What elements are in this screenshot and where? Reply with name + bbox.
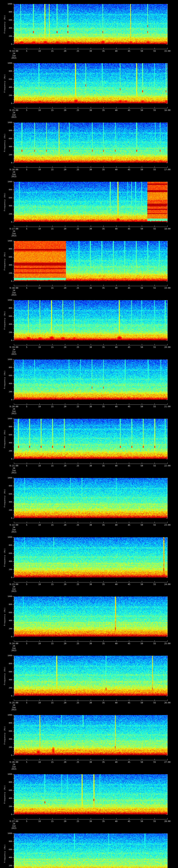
y-axis-tick-label: 200 [0, 94, 12, 96]
y-axis-tick-label: 200 [0, 687, 12, 689]
x-axis-tick-label: 5 [22, 465, 32, 467]
y-axis-tick-label: 600 [0, 671, 12, 673]
y-axis-tick-label: 800 [0, 426, 12, 428]
y-axis-tick-label: 1000 [0, 654, 12, 657]
x-axis-tick-label: 20 [60, 227, 70, 230]
x-axis-tick-label: 50 [137, 642, 147, 645]
y-axis-tick-label: 600 [0, 848, 12, 850]
start-time-label: 9:17:00 [5, 227, 23, 230]
y-axis-tick-label: 800 [0, 307, 12, 309]
spectrogram-panel-9-19-00: Frequency (Hz) 1000800600400200051015202… [0, 296, 178, 355]
y-axis-tick-label: 0 [0, 162, 12, 164]
x-axis-tick-label: 30 [86, 50, 96, 52]
x-axis-tick-label: 15 [47, 287, 58, 289]
x-axis-tick-label: 45 [124, 109, 134, 112]
y-axis-title: Frequency (Hz) [4, 666, 6, 685]
x-axis-tick-label: 20 [60, 702, 70, 704]
x-axis-tick-label: 5 [22, 287, 32, 289]
y-axis-tick-label: 400 [0, 619, 12, 622]
y-axis-title: Frequency (Hz) [4, 844, 6, 863]
spectrogram-panel-9-26-00: Frequency (Hz) 1000800600400200051015202… [0, 711, 178, 770]
x-axis-tick-label: 10 [34, 583, 45, 586]
end-time-label: 24:00 [159, 583, 176, 586]
x-axis-tick-label: 25 [73, 465, 83, 467]
x-axis-tick-label: 30 [86, 405, 96, 408]
start-time-label: 9:26:00 [5, 761, 23, 763]
y-axis-title: Frequency (Hz) [4, 548, 6, 567]
x-axis-tick-label: 35 [98, 761, 109, 763]
x-axis-tick-label: 10 [34, 761, 45, 763]
y-axis-tick-label: 600 [0, 256, 12, 258]
y-axis-tick-label: 200 [0, 746, 12, 748]
x-axis-tick-label: 35 [98, 702, 109, 704]
x-axis-tick-label: 45 [124, 642, 134, 645]
y-axis-tick-label: 1000 [0, 536, 12, 538]
x-axis-tick-label: 30 [86, 465, 96, 467]
x-axis-tick-label: 50 [137, 346, 147, 348]
date-label: Jun [5, 55, 23, 57]
y-axis-tick-label: 600 [0, 137, 12, 140]
spectrogram-panel-9-27-00: Frequency (Hz) 1000800600400200051015202… [0, 770, 178, 830]
x-axis-tick-label: 15 [47, 109, 58, 112]
y-axis-tick-label: 1000 [0, 358, 12, 361]
spectrogram-panel-9-15-00: Frequency (Hz) 1000800600400200051015202… [0, 59, 178, 119]
y-axis-title: Frequency (Hz) [4, 726, 6, 745]
date-label: Jun [5, 291, 23, 294]
x-axis-tick-label: 20 [60, 168, 70, 171]
y-axis-tick-label: 800 [0, 248, 12, 250]
x-axis-tick-label: 30 [86, 642, 96, 645]
y-axis-title: Frequency (Hz) [4, 785, 6, 804]
x-axis-tick-label: 45 [124, 50, 134, 52]
x-axis-tick-label: 5 [22, 168, 32, 171]
y-axis-tick-label: 200 [0, 272, 12, 274]
spectrogram-panel-9-18-00: Frequency (Hz) 1000800600400200051015202… [0, 237, 178, 296]
end-time-label: 16:00 [159, 109, 176, 112]
y-axis-tick-label: 600 [0, 612, 12, 614]
x-axis-tick-label: 30 [86, 524, 96, 526]
x-axis-tick-label: 25 [73, 227, 83, 230]
x-axis-tick-label: 20 [60, 346, 70, 348]
x-axis-tick-label: 50 [137, 761, 147, 763]
y-axis-tick-label: 1000 [0, 240, 12, 242]
y-axis-tick-label: 1000 [0, 62, 12, 64]
x-axis-tick-label: 35 [98, 820, 109, 823]
spectrogram-panel-9-20-00: Frequency (Hz) 1000800600400200051015202… [0, 355, 178, 415]
x-axis-tick-label: 55 [149, 761, 160, 763]
x-axis-tick-label: 55 [149, 168, 160, 171]
x-axis-tick-label: 30 [86, 702, 96, 704]
spectrogram-heatmap-canvas [0, 830, 178, 868]
x-axis-tick-label: 50 [137, 287, 147, 289]
x-axis-tick-label: 40 [111, 109, 121, 112]
start-time-label: 9:18:00 [5, 287, 23, 289]
date-label: Jun [5, 114, 23, 116]
x-axis-tick-label: 35 [98, 109, 109, 112]
y-axis-tick-label: 1000 [0, 121, 12, 124]
y-axis-tick-label: 600 [0, 78, 12, 81]
date-label: 2015 [5, 353, 23, 355]
x-axis-tick-label: 20 [60, 583, 70, 586]
x-axis-tick-label: 25 [73, 109, 83, 112]
x-axis-tick-label: 35 [98, 524, 109, 526]
date-label: 24 [5, 52, 23, 55]
x-axis-tick-label: 10 [34, 642, 45, 645]
y-axis-tick-label: 400 [0, 501, 12, 503]
x-axis-tick-label: 25 [73, 405, 83, 408]
date-label: 24 [5, 586, 23, 588]
x-axis-tick-label: 15 [47, 583, 58, 586]
y-axis-tick-label: 1000 [0, 299, 12, 301]
date-label: Jun [5, 825, 23, 827]
x-axis-tick-label: 50 [137, 168, 147, 171]
y-axis-tick-label: 200 [0, 391, 12, 393]
x-axis-tick-label: 15 [47, 820, 58, 823]
end-time-label: 17:00 [159, 168, 176, 171]
y-axis-tick-label: 0 [0, 695, 12, 697]
x-axis-tick-label: 50 [137, 109, 147, 112]
x-axis-tick-label: 15 [47, 524, 58, 526]
x-axis-tick-label: 40 [111, 642, 121, 645]
x-axis-tick-label: 30 [86, 227, 96, 230]
date-label: 2015 [5, 57, 23, 59]
x-axis-tick-label: 5 [22, 109, 32, 112]
y-axis-tick-label: 0 [0, 636, 12, 638]
y-axis-tick-label: 400 [0, 323, 12, 325]
date-label: 2015 [5, 294, 23, 296]
